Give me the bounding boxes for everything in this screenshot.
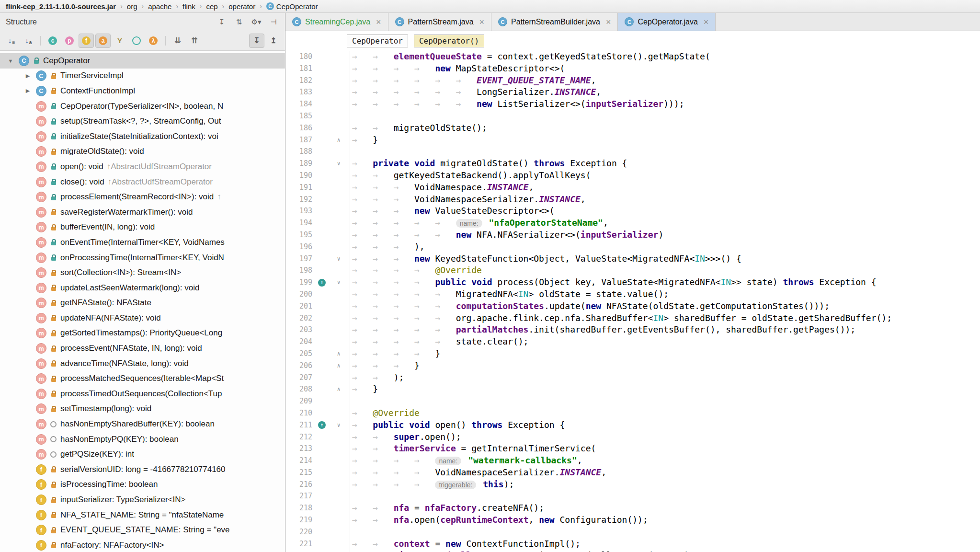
- code-line[interactable]: 196→→→),: [285, 241, 980, 253]
- show-inherited-icon[interactable]: Y: [112, 34, 127, 48]
- show-fields-icon[interactable]: f: [79, 34, 94, 48]
- code-line[interactable]: 222→→timestampedCollector = new Timestam…: [285, 550, 980, 552]
- fold-marker-icon[interactable]: ∨: [331, 253, 346, 265]
- structure-item[interactable]: mhasNonEmptyPQ(KEY): boolean: [0, 432, 285, 447]
- code-line[interactable]: 185: [285, 110, 980, 122]
- override-marker-icon[interactable]: ↑: [318, 421, 326, 429]
- code-line[interactable]: 193→→→new ValueStateDescriptor<>(: [285, 205, 980, 217]
- code-line[interactable]: 191→→→VoidNamespace.INSTANCE,: [285, 182, 980, 194]
- show-properties-icon[interactable]: p: [62, 34, 77, 48]
- collapse-all-icon[interactable]: ⇈: [187, 34, 202, 48]
- structure-item[interactable]: fserialVersionUID: long = -4166778210774…: [0, 462, 285, 477]
- code-line[interactable]: 213→→timerService = getInternalTimerServ…: [285, 443, 980, 455]
- structure-item[interactable]: mgetPQSize(KEY): int: [0, 447, 285, 462]
- code-line[interactable]: 204→→→→→state.clear();: [285, 336, 980, 348]
- structure-item[interactable]: ▶CTimerServiceImpl: [0, 69, 285, 84]
- path-item[interactable]: flink-cep_2.11-1.10.0-sources.jar: [5, 2, 117, 11]
- fold-marker-icon[interactable]: ∨: [331, 276, 346, 288]
- code-line[interactable]: 194→→→→→name: "nfaOperatorStateName",: [285, 217, 980, 229]
- expand-arrow-icon[interactable]: ▶: [23, 88, 33, 94]
- structure-item[interactable]: mupdateLastSeenWatermark(long): void: [0, 280, 285, 296]
- path-item[interactable]: operator: [228, 2, 256, 11]
- code-line[interactable]: 183→→→→→→LongSerializer.INSTANCE,: [285, 86, 980, 98]
- structure-root-item[interactable]: ▼CCepOperator: [0, 53, 285, 69]
- code-line[interactable]: 217: [285, 490, 980, 502]
- code-line[interactable]: 205∧→→→→}: [285, 348, 980, 360]
- fold-marker-icon[interactable]: ∧: [331, 360, 346, 372]
- code-line[interactable]: 206∧→→→}: [285, 360, 980, 372]
- structure-item[interactable]: mprocessTimedOutSequences(Collection<Tup: [0, 386, 285, 402]
- code-line[interactable]: 195→→→→→new NFA.NFASerializer<>(inputSer…: [285, 229, 980, 241]
- code-line[interactable]: 210→@Override: [285, 407, 980, 419]
- structure-item[interactable]: mhasNonEmptySharedBuffer(KEY): boolean: [0, 416, 285, 432]
- structure-item[interactable]: mbufferEvent(IN, long): void: [0, 220, 285, 235]
- code-line[interactable]: 208∧→}: [285, 383, 980, 395]
- fold-marker-icon[interactable]: ∧: [331, 383, 346, 395]
- structure-item[interactable]: mprocessMatchedSequences(Iterable<Map<St: [0, 371, 285, 386]
- close-tab-icon[interactable]: ×: [606, 18, 611, 26]
- path-item[interactable]: flink: [182, 2, 196, 11]
- code-line[interactable]: 184→→→→→→new ListSerializer<>(inputSeria…: [285, 98, 980, 110]
- tab-StreamingCep.java[interactable]: CStreamingCep.java×: [285, 13, 388, 31]
- code-line[interactable]: 197∨→→→new KeyedStateFunction<Object, Va…: [285, 253, 980, 265]
- path-item[interactable]: cep: [205, 2, 218, 11]
- breadcrumb-chip[interactable]: CepOperator: [347, 34, 408, 47]
- code-line[interactable]: 192→→→VoidNamespaceSerializer.INSTANCE,: [285, 194, 980, 206]
- structure-item[interactable]: msort(Collection<IN>): Stream<IN>: [0, 265, 285, 280]
- structure-item[interactable]: minitializeState(StateInitializationCont…: [0, 129, 285, 144]
- expand-arrow-icon[interactable]: ▼: [6, 58, 15, 64]
- tab-CepOperator.java[interactable]: CCepOperator.java×: [618, 13, 716, 31]
- structure-item[interactable]: monEventTime(InternalTimer<KEY, VoidName…: [0, 235, 285, 250]
- code-line[interactable]: 189∨→private void migrateOldState() thro…: [285, 158, 980, 170]
- sort-by-type-icon[interactable]: ↓≡: [4, 34, 19, 48]
- structure-item[interactable]: fisProcessingTime: boolean: [0, 477, 285, 493]
- code-line[interactable]: 219→→nfa.open(cepRuntimeContext, new Con…: [285, 514, 980, 526]
- close-tab-icon[interactable]: ×: [376, 18, 381, 26]
- sort-panel-icon[interactable]: ⇅: [233, 16, 245, 28]
- code-line[interactable]: 216→→→→triggerable: this);: [285, 479, 980, 491]
- structure-item[interactable]: monProcessingTime(InternalTimer<KEY, Voi…: [0, 250, 285, 265]
- path-item[interactable]: org: [126, 2, 138, 11]
- code-line[interactable]: 202→→→→→org.apache.flink.cep.nfa.SharedB…: [285, 312, 980, 324]
- code-line[interactable]: 211↑∨→public void open() throws Exceptio…: [285, 419, 980, 431]
- fold-marker-icon[interactable]: ∨: [331, 158, 346, 170]
- show-interfaces-icon[interactable]: [129, 34, 144, 48]
- code-line[interactable]: 188: [285, 146, 980, 158]
- structure-item[interactable]: fNFA_STATE_NAME: String = "nfaStateName: [0, 507, 285, 523]
- expand-all-icon[interactable]: ⇊: [170, 34, 185, 48]
- structure-item[interactable]: ▶CContextFunctionImpl: [0, 83, 285, 99]
- structure-item[interactable]: mupdateNFA(NFAState): void: [0, 310, 285, 326]
- code-line[interactable]: 200→→→→→MigratedNFA<IN> oldState = state…: [285, 288, 980, 300]
- structure-item[interactable]: msetup(StreamTask<?, ?>, StreamConfig, O…: [0, 114, 285, 129]
- structure-item[interactable]: mgetSortedTimestamps(): PriorityQueue<Lo…: [0, 326, 285, 341]
- sort-alpha-icon[interactable]: ↓a: [21, 34, 36, 48]
- structure-item[interactable]: mclose(): void↑AbstractUdfStreamOperator: [0, 174, 285, 190]
- code-line[interactable]: 207→→);: [285, 372, 980, 384]
- structure-item[interactable]: fnfaFactory: NFAFactory<IN>: [0, 538, 285, 552]
- fold-marker-icon[interactable]: ∨: [331, 419, 346, 431]
- code-line[interactable]: 180→→elementQueueState = context.getKeye…: [285, 51, 980, 63]
- autoscroll-from-source-icon[interactable]: ↥: [266, 34, 281, 48]
- code-line[interactable]: 181→→→→new MapStateDescriptor<>(: [285, 63, 980, 75]
- code-line[interactable]: 214→→→→name: "watermark-callbacks",: [285, 455, 980, 467]
- code-line[interactable]: 182→→→→→→EVENT_QUEUE_STATE_NAME,: [285, 75, 980, 87]
- breadcrumb-chip[interactable]: CepOperator(): [414, 34, 484, 47]
- code-line[interactable]: 186→→migrateOldState();: [285, 122, 980, 134]
- structure-item[interactable]: mprocessElement(StreamRecord<IN>): void↑: [0, 189, 285, 205]
- code-area[interactable]: 180→→elementQueueState = context.getKeye…: [285, 51, 980, 552]
- code-line[interactable]: 199↑∨→→→→public void process(Object key,…: [285, 276, 980, 288]
- structure-item[interactable]: msaveRegisterWatermarkTimer(): void: [0, 205, 285, 220]
- code-line[interactable]: 187∧→}: [285, 134, 980, 146]
- show-classes-icon[interactable]: c: [45, 34, 60, 48]
- path-item[interactable]: apache: [147, 2, 172, 11]
- fold-marker-icon[interactable]: ∧: [331, 134, 346, 146]
- path-item[interactable]: CCepOperator: [265, 2, 319, 11]
- hide-panel-icon[interactable]: ⊣: [268, 16, 279, 28]
- tab-PatternStreamBuilder.java[interactable]: CPatternStreamBuilder.java×: [491, 13, 618, 31]
- show-anonymous-classes-icon[interactable]: a: [95, 34, 111, 48]
- structure-item[interactable]: fEVENT_QUEUE_STATE_NAME: String = "eve: [0, 522, 285, 538]
- code-line[interactable]: 221→→context = new ContextFunctionImpl()…: [285, 538, 980, 550]
- close-tab-icon[interactable]: ×: [479, 18, 485, 26]
- code-line[interactable]: 198→→→→@Override: [285, 264, 980, 276]
- show-lambdas-icon[interactable]: λ: [146, 34, 161, 48]
